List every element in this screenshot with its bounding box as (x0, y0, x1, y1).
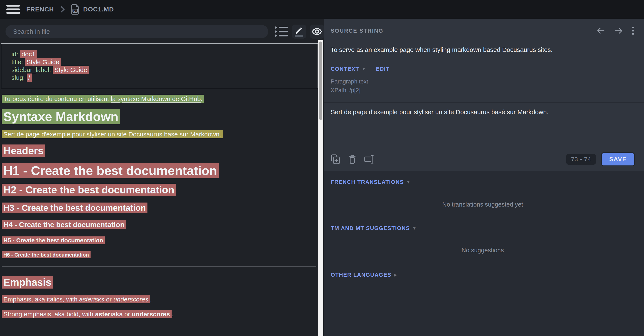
translatable-string[interactable]: doc1 (20, 50, 37, 58)
source-text: To serve as an example page when styling… (331, 46, 635, 54)
chevron-down-icon: ▼ (406, 180, 411, 185)
top-bar: FRENCH M↓ DOC1.MD (0, 0, 644, 19)
svg-text:M↓: M↓ (74, 10, 77, 13)
markdown-file-icon: M↓ (71, 4, 79, 15)
translatable-string[interactable]: H2 - Create the best documentation (2, 184, 176, 196)
scrollbar-thumb[interactable] (319, 42, 322, 120)
context-details: Paragraph text XPath: /p[2] (331, 77, 635, 95)
document-blocks: Tu peux écrire du contenu en utilisant l… (1, 95, 318, 318)
delete-translation-button[interactable] (348, 154, 356, 164)
translatable-string[interactable]: H1 - Create the best documentation (2, 163, 219, 178)
doc-p: Tu peux écrire du contenu en utilisant l… (2, 95, 318, 103)
translations-empty-message: No translations suggested yet (331, 201, 635, 208)
chevron-right-icon (60, 5, 65, 14)
doc-h2: H2 - Create the best documentation (2, 185, 318, 196)
pencil-icon (295, 27, 303, 36)
doc-p: Strong emphasis, aka bold, with asterisk… (2, 310, 318, 318)
search-input[interactable] (6, 25, 268, 38)
translatable-string[interactable]: H5 - Create the best documentation (2, 236, 105, 244)
translatable-string[interactable]: Style Guide (53, 66, 89, 74)
select-text-button[interactable] (364, 154, 375, 164)
frontmatter-line: title: Style Guide (12, 58, 308, 66)
doc-h3: H3 - Create the best documentation (2, 203, 318, 213)
doc-h1: H1 - Create the best documentation (2, 164, 318, 178)
translatable-string[interactable]: Strong emphasis, aka bold, with asterisk… (2, 310, 172, 318)
preview-mode-button[interactable] (310, 25, 324, 39)
translatable-string[interactable]: Style Guide (25, 58, 61, 66)
frontmatter-block: id: doc1title: Style Guidesidebar_label:… (1, 43, 318, 88)
chevron-down-icon: ▼ (412, 226, 416, 231)
editor-pane: id: doc1title: Style Guidesidebar_label:… (0, 19, 324, 336)
horizontal-rule (2, 266, 316, 267)
breadcrumb-file: DOC1.MD (83, 6, 114, 13)
frontmatter-key: title: (12, 59, 23, 65)
doc-p: Sert de page d'exemple pour styliser un … (2, 130, 318, 138)
translation-input[interactable]: Sert de page d'exemple pour styliser un … (331, 103, 635, 148)
context-type: Paragraph text (331, 77, 635, 86)
context-xpath: XPath: /p[2] (331, 86, 635, 95)
frontmatter-line: slug: / (12, 74, 308, 82)
doc-h5: H5 - Create the best documentation (2, 237, 318, 244)
link-text: la syntaxe Markdown de GitHub (111, 95, 201, 102)
chevron-down-icon: ▼ (362, 67, 366, 71)
context-toggle[interactable]: CONTEXT ▼ (331, 66, 366, 72)
section-french-translations[interactable]: FRENCH TRANSLATIONS ▼ (331, 179, 635, 185)
translatable-string[interactable]: H6 - Create the best documentation (2, 251, 90, 258)
frontmatter-key: slug: (12, 74, 25, 81)
translatable-string[interactable]: Emphasis (2, 276, 53, 288)
frontmatter-key: sidebar_label: (12, 66, 51, 73)
source-string-card: SOURCE STRING To serve as an example pag… (324, 19, 644, 171)
frontmatter-line: sidebar_label: Style Guide (12, 66, 308, 74)
doc-h2: Headers (2, 145, 318, 156)
menu-icon[interactable] (6, 5, 20, 14)
translatable-string[interactable]: H4 - Create the best documentation (2, 220, 126, 229)
suggestions-panel: FRENCH TRANSLATIONS ▼ No translations su… (324, 171, 644, 278)
save-button[interactable]: SAVE (601, 152, 635, 166)
more-options-icon[interactable] (632, 27, 634, 35)
editor-scrollbar[interactable] (318, 40, 323, 336)
translatable-string[interactable]: Syntaxe Markdown (2, 109, 120, 124)
edit-context-link[interactable]: EDIT (376, 66, 390, 72)
doc-h6: H6 - Create the best documentation (2, 252, 318, 258)
doc-h4: H4 - Create the best documentation (2, 221, 318, 229)
section-other-languages[interactable]: OTHER LANGUAGES ▶ (331, 272, 635, 278)
translation-toolbar: 73 • 74 SAVE (331, 148, 635, 171)
source-string-label: SOURCE STRING (331, 28, 383, 34)
eye-icon (312, 28, 322, 35)
next-string-button[interactable] (614, 27, 623, 34)
frontmatter-key: id: (12, 51, 18, 58)
translatable-string[interactable]: Headers (2, 144, 45, 157)
chevron-right-icon: ▶ (394, 272, 397, 277)
tm-empty-message: No suggestions (331, 247, 635, 254)
translation-panel: SOURCE STRING To serve as an example pag… (324, 19, 644, 336)
breadcrumb-project[interactable]: FRENCH (26, 6, 54, 13)
section-tm-mt-suggestions[interactable]: TM AND MT SUGGESTIONS ▼ (331, 225, 635, 232)
doc-h1: Syntaxe Markdown (2, 110, 318, 123)
doc-p: Emphasis, aka italics, with asterisks or… (2, 295, 318, 303)
translatable-string[interactable]: H3 - Create the best documentation (2, 203, 148, 213)
strings-list-icon[interactable] (274, 27, 288, 37)
translatable-string[interactable]: Emphasis, aka italics, with asterisks or… (2, 295, 150, 303)
edit-mode-button[interactable] (292, 25, 306, 39)
char-word-counter: 73 • 74 (566, 154, 596, 164)
doc-h2: Emphasis (2, 277, 318, 288)
copy-source-button[interactable] (331, 154, 340, 164)
edit-mode-indicator (295, 35, 304, 37)
frontmatter-line: id: doc1 (12, 50, 308, 58)
translatable-string[interactable]: / (27, 74, 32, 82)
editor-toolbar (0, 19, 324, 39)
translatable-string[interactable]: Sert de page d'exemple pour styliser un … (2, 130, 223, 138)
translatable-string[interactable]: Tu peux écrire du contenu en utilisant l… (2, 95, 204, 103)
breadcrumb: FRENCH M↓ DOC1.MD (26, 4, 114, 15)
previous-string-button[interactable] (596, 27, 605, 34)
document-content: id: doc1title: Style Guidesidebar_label:… (1, 43, 318, 325)
